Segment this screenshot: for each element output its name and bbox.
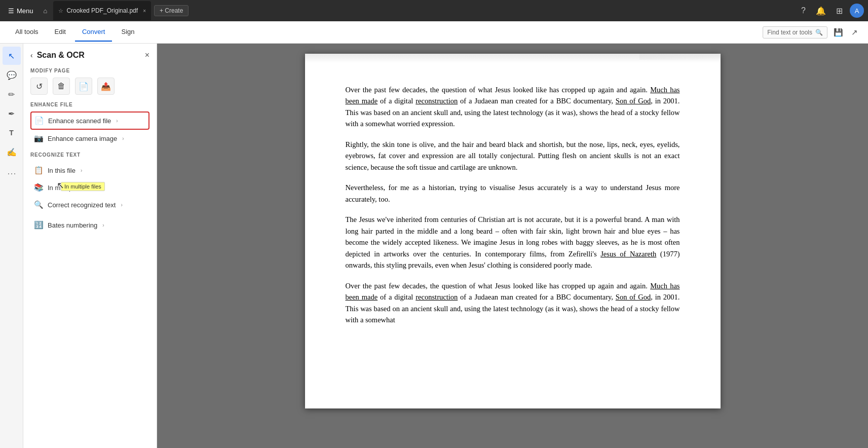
active-tab[interactable]: ☆ Crooked PDF_Original.pdf ×	[53, 1, 151, 20]
pen-tool-button[interactable]: ✒	[3, 104, 21, 123]
home-icon: ⌂	[44, 7, 48, 15]
tab-star-icon: ☆	[58, 8, 63, 14]
pen-icon: ✒	[8, 109, 15, 119]
enhance-camera-label: Enhance camera image	[48, 135, 117, 142]
underline-4: reconstruction	[416, 293, 458, 301]
find-tools-input[interactable]: Find text or tools 🔍	[763, 26, 827, 39]
top-bar-right: ? 🔔 ⊞ A	[798, 4, 864, 18]
correct-recognized-text-item[interactable]: 🔍 Correct recognized text ›	[30, 196, 149, 213]
rotate-icon: ↺	[36, 82, 43, 91]
create-button[interactable]: + Create	[154, 5, 188, 16]
select-tool-button[interactable]: ↖	[3, 47, 21, 65]
in-this-file-arrow-icon: ›	[81, 168, 82, 173]
nav-item-edit[interactable]: Edit	[48, 23, 73, 42]
nav-right-section: Find text or tools 🔍 💾 ↗	[763, 26, 860, 39]
extract-page-button[interactable]: 📤	[97, 78, 115, 95]
find-tools-label: Find text or tools	[767, 29, 812, 36]
panel-content: ‹ Scan & OCR × MODIFY PAGE ↺ 🗑 📄 📤	[23, 44, 157, 448]
signature-tool-button[interactable]: ✍	[3, 143, 21, 161]
bates-numbering-arrow-icon: ›	[102, 222, 104, 228]
paragraph-4: The Jesus we've inherited from centuries…	[346, 214, 680, 271]
enhance-scanned-file-label: Enhance scanned file	[48, 117, 111, 125]
in-this-file-item[interactable]: 📋 In this file ›	[30, 162, 149, 179]
bates-numbering-label: Bates numbering	[48, 221, 97, 229]
top-bar-left: ☰ Menu ⌂ ☆ Crooked PDF_Original.pdf × + …	[4, 1, 795, 20]
paragraph-1: Over the past few decades, the question …	[346, 84, 680, 130]
comment-tool-button[interactable]: 💬	[3, 66, 21, 84]
panel-title: Scan & OCR	[37, 51, 85, 60]
in-multiple-files-label: In multiple files	[48, 184, 91, 192]
text-tool-button[interactable]: T	[3, 124, 21, 142]
paragraph-2: Rightly, the skin tone is olive, and the…	[346, 139, 680, 173]
recognize-text-label: RECOGNIZE TEXT	[30, 152, 149, 158]
content-area[interactable]: Over the past few decades, the question …	[157, 44, 868, 448]
more-tools-button[interactable]: ⋯	[3, 164, 21, 182]
correct-text-arrow-icon: ›	[121, 202, 122, 208]
home-button[interactable]: ⌂	[41, 5, 51, 17]
panel-header: ‹ Scan & OCR ×	[30, 51, 149, 60]
modify-page-label: MODIFY PAGE	[30, 68, 149, 73]
enhance-camera-arrow-icon: ›	[122, 136, 124, 141]
paragraph-5: Over the past few decades, the question …	[346, 280, 680, 326]
insert-page-button[interactable]: 📄	[75, 78, 92, 95]
more-dots-icon: ⋯	[7, 168, 16, 179]
main-layout: ↖ 💬 ✏ ✒ T ✍ ⋯ ‹	[0, 44, 868, 448]
panel-title-row: ‹ Scan & OCR	[30, 51, 85, 60]
in-this-file-icon: 📋	[33, 166, 44, 175]
find-tools-search-icon: 🔍	[815, 29, 823, 36]
panel-back-button[interactable]: ‹	[30, 51, 33, 59]
comment-icon: 💬	[7, 70, 17, 80]
in-multiple-files-item[interactable]: 📚 In multiple files In multiple files ↖	[30, 179, 149, 196]
nav-item-sign[interactable]: Sign	[114, 23, 141, 42]
nav-item-convert[interactable]: Convert	[75, 23, 112, 42]
avatar[interactable]: A	[850, 4, 864, 18]
enhance-scanned-arrow-icon: ›	[116, 118, 118, 124]
page-actions-group: ↺ 🗑 📄 📤	[30, 78, 149, 95]
tab-close-icon[interactable]: ×	[143, 8, 146, 14]
enhance-scanned-file-icon: 📄	[34, 116, 44, 125]
insert-page-icon: 📄	[79, 82, 89, 91]
underline-2: reconstruction	[416, 97, 458, 105]
apps-grid-button[interactable]: ⊞	[833, 4, 846, 18]
pdf-page: Over the past few decades, the question …	[305, 54, 721, 408]
delete-button[interactable]: 🗑	[53, 78, 70, 95]
text-icon: T	[9, 129, 14, 137]
underline-son-of-god-2: Son of God	[616, 293, 651, 301]
save-button[interactable]: 💾	[832, 26, 845, 39]
menu-button[interactable]: ☰ Menu	[4, 5, 37, 17]
correct-recognized-text-label: Correct recognized text	[48, 201, 116, 209]
paragraph-3: Nevertheless, for me as a historian, try…	[346, 182, 680, 205]
tab-title: Crooked PDF_Original.pdf	[66, 7, 138, 14]
notifications-button[interactable]: 🔔	[813, 4, 829, 18]
in-multiple-files-icon: 📚	[33, 183, 44, 192]
underline-son-of-god-1: Son of God	[616, 97, 651, 105]
help-button[interactable]: ?	[798, 4, 809, 17]
create-label: + Create	[160, 7, 183, 14]
enhance-file-label: ENHANCE FILE	[30, 102, 149, 107]
underline-jesus-nazareth: Jesus of Nazareth	[600, 250, 656, 258]
rotate-button[interactable]: ↺	[30, 78, 48, 95]
tool-strip: ↖ 💬 ✏ ✒ T ✍ ⋯	[0, 44, 23, 448]
enhance-scanned-file-item[interactable]: 📄 Enhance scanned file ›	[30, 111, 149, 130]
bates-numbering-icon: 🔢	[33, 220, 44, 230]
enhance-camera-icon: 📷	[33, 134, 44, 143]
share-button[interactable]: ↗	[849, 26, 860, 39]
nav-item-all-tools[interactable]: All tools	[8, 23, 46, 42]
select-arrow-icon: ↖	[8, 51, 15, 61]
top-bar: ☰ Menu ⌂ ☆ Crooked PDF_Original.pdf × + …	[0, 0, 868, 21]
in-this-file-label: In this file	[48, 167, 76, 174]
delete-icon: 🗑	[57, 82, 65, 91]
secondary-nav: All tools Edit Convert Sign Find text or…	[0, 21, 868, 44]
hamburger-icon: ☰	[8, 7, 14, 15]
menu-label: Menu	[17, 7, 33, 15]
pencil-icon: ✏	[8, 90, 15, 99]
bates-numbering-item[interactable]: 🔢 Bates numbering ›	[30, 216, 149, 234]
extract-page-icon: 📤	[101, 82, 111, 91]
draw-tool-button[interactable]: ✏	[3, 85, 21, 103]
panel-close-button[interactable]: ×	[145, 51, 149, 60]
left-panel: ↖ 💬 ✏ ✒ T ✍ ⋯ ‹	[0, 44, 157, 448]
enhance-camera-image-item[interactable]: 📷 Enhance camera image ›	[30, 130, 149, 147]
correct-text-icon: 🔍	[33, 200, 44, 209]
signature-icon: ✍	[7, 147, 17, 157]
